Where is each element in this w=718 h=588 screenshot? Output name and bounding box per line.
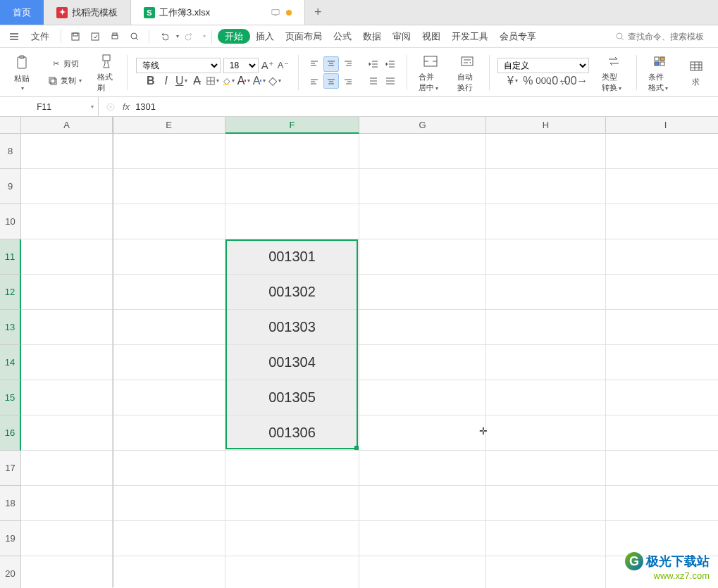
cell-G18[interactable] [359,486,486,521]
increase-indent[interactable] [383,56,398,72]
align-bottom-right[interactable] [340,73,356,89]
cell-E12[interactable] [113,275,225,310]
select-all-corner[interactable] [0,117,21,134]
name-box-dropdown-icon[interactable]: ▾ [91,104,94,110]
cell-H17[interactable] [486,451,606,486]
cell-F9[interactable] [225,169,359,204]
cell-H16[interactable] [486,415,606,451]
cell-H9[interactable] [486,169,606,204]
undo-dropdown[interactable]: ▾ [176,33,179,39]
menu-tab-8[interactable]: 会员专享 [494,28,542,44]
cell-F13[interactable]: 001303 [225,310,359,345]
underline-button[interactable]: U▾ [175,75,188,87]
cell-H13[interactable] [486,310,606,345]
decrease-font-icon[interactable]: A⁻ [277,59,290,72]
cell-G8[interactable] [359,134,486,169]
cut-button[interactable]: ✂剪切 [47,56,82,72]
menu-tab-3[interactable]: 公式 [328,28,357,44]
col-header-I[interactable]: I [606,117,718,134]
cell-I13[interactable] [606,310,718,345]
cell-I10[interactable] [606,204,718,239]
col-header-F[interactable]: F [225,117,359,134]
cell-A8[interactable] [21,134,113,169]
comma-button[interactable]: 000 [537,75,550,87]
cell-E20[interactable] [113,556,225,588]
col-header-G[interactable]: G [359,117,486,134]
col-header-A[interactable]: A [21,117,113,134]
cell-G20[interactable] [359,556,486,588]
cell-A18[interactable] [21,486,113,521]
cell-F11[interactable]: 001301 [225,239,359,275]
redo-icon[interactable] [182,28,199,45]
cell-G9[interactable] [359,169,486,204]
cell-A13[interactable] [21,310,113,345]
paste-button[interactable]: 粘贴▾ [10,52,34,93]
search-input[interactable] [628,32,712,42]
row-header-14[interactable]: 14 [0,345,21,380]
cell-F10[interactable] [225,204,359,239]
col-header-E[interactable]: E [113,117,225,134]
cell-I11[interactable] [606,239,718,275]
cell-F18[interactable] [225,486,359,521]
cell-G11[interactable] [359,239,486,275]
cell-F17[interactable] [225,451,359,486]
row-header-12[interactable]: 12 [0,275,21,310]
cell-A16[interactable] [21,415,113,451]
decrease-indent[interactable] [366,56,381,72]
cell-I9[interactable] [606,169,718,204]
cell-I17[interactable] [606,451,718,486]
justify-button[interactable] [383,73,398,89]
cell-E15[interactable] [113,380,225,415]
type-convert-button[interactable]: 类型转换▾ [599,51,628,94]
border-button[interactable]: ▾ [206,75,219,87]
fx-icon[interactable]: fx [123,101,130,112]
cell-A19[interactable] [21,521,113,556]
clear-format-button[interactable]: ◇▾ [268,75,281,87]
cell-I14[interactable] [606,345,718,380]
orientation-button[interactable] [366,73,381,89]
cell-E17[interactable] [113,451,225,486]
currency-button[interactable]: ¥▾ [506,75,519,87]
cell-F19[interactable] [225,521,359,556]
menu-tab-4[interactable]: 数据 [357,28,387,44]
cell-G14[interactable] [359,345,486,380]
row-header-20[interactable]: 20 [0,556,21,588]
cancel-icon[interactable] [104,101,117,113]
cell-A10[interactable] [21,204,113,239]
merge-button[interactable]: 合并居中▾ [416,51,445,94]
menu-tab-1[interactable]: 插入 [250,28,280,44]
cell-A9[interactable] [21,169,113,204]
redo-dropdown[interactable]: ▾ [203,33,206,39]
increase-decimal-button[interactable]: .00→ [568,75,581,87]
cell-F15[interactable]: 001305 [225,380,359,415]
cell-H18[interactable] [486,486,606,521]
row-header-16[interactable]: 16 [0,415,21,451]
copy-button[interactable]: 复制▾ [44,73,85,89]
row-header-9[interactable]: 9 [0,169,21,204]
format-painter-button[interactable]: 格式刷 [94,51,118,94]
row-header-8[interactable]: 8 [0,134,21,169]
cell-G13[interactable] [359,310,486,345]
number-format-select[interactable]: 自定义 [497,58,589,73]
menu-tab-0[interactable]: 开始 [218,29,250,44]
cell-G17[interactable] [359,451,486,486]
tab-file[interactable]: S 工作簿3.xlsx [131,0,305,25]
italic-button[interactable]: I [160,75,173,87]
cell-H14[interactable] [486,345,606,380]
cell-E9[interactable] [113,169,225,204]
menu-tab-7[interactable]: 开发工具 [446,28,494,44]
cell-I8[interactable] [606,134,718,169]
cell-G10[interactable] [359,204,486,239]
cell-E14[interactable] [113,345,225,380]
tab-home[interactable]: 首页 [0,0,44,25]
menu-tab-2[interactable]: 页面布局 [280,28,328,44]
increase-font-icon[interactable]: A⁺ [261,59,274,72]
cell-A15[interactable] [21,380,113,415]
highlight-button[interactable]: A▾ [253,75,266,87]
cell-I16[interactable] [606,415,718,451]
cell-E19[interactable] [113,521,225,556]
bold-button[interactable]: B [144,75,157,87]
percent-button[interactable]: % [521,75,534,87]
cell-styles-button[interactable]: 求 [684,56,708,89]
cell-H19[interactable] [486,521,606,556]
